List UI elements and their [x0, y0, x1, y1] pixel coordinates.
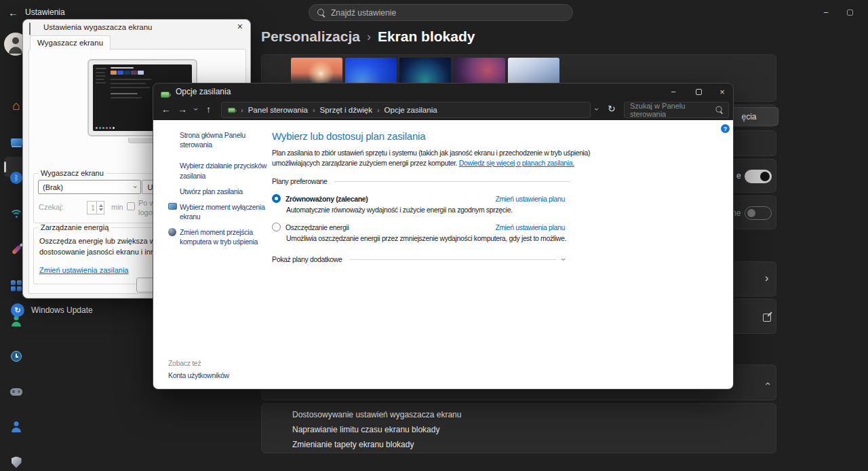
help-icon[interactable]: ?: [721, 124, 730, 133]
nav-link-sleep-time[interactable]: Zmień moment przejścia komputera w tryb …: [168, 227, 273, 246]
browse-photos-label-fragment: ęcia: [741, 112, 756, 121]
toggle-off[interactable]: [745, 206, 772, 220]
address-bar[interactable]: › Panel sterowania › Sprzęt i dźwięk › O…: [221, 102, 591, 118]
apps-icon: [11, 280, 22, 291]
windows-update-label: Windows Update: [31, 305, 93, 315]
tab-screensaver[interactable]: Wygaszacz ekranu: [30, 35, 111, 50]
page-title: Ekran blokady: [378, 29, 475, 45]
chevron-right-icon: ›: [765, 272, 768, 284]
close-icon: ×: [719, 87, 725, 97]
expand-plans-chevron-icon[interactable]: ›: [559, 259, 568, 261]
refresh-icon[interactable]: ↻: [608, 103, 616, 114]
breadcrumb-separator: ›: [241, 106, 243, 114]
sidebar-item-accessibility[interactable]: [9, 419, 24, 434]
power-options-title: Opcje zasilania: [176, 87, 231, 96]
sidebar-item-home[interactable]: ⌂: [9, 98, 24, 113]
power-plans-main: Wybierz lub dostosuj plan zasilania Plan…: [272, 130, 570, 264]
toggle-row-1-label-fragment: e: [736, 171, 741, 181]
breadcrumb-power-options[interactable]: Opcje zasilania: [384, 106, 437, 114]
plan-balanced-desc: Automatycznie równoważy wydajność i zuży…: [286, 206, 570, 214]
address-battery-icon: [228, 107, 235, 113]
see-also-header: Zobacz też: [168, 359, 201, 367]
sidebar-item-time-language[interactable]: [9, 349, 24, 364]
related-links-card: Dostosowywanie ustawień wygaszacza ekran…: [261, 403, 776, 453]
search-placeholder: Znajdź ustawienie: [331, 8, 396, 18]
display-icon: [168, 203, 177, 210]
chevron-down-icon: ›: [132, 186, 139, 188]
power-options-window: Opcje zasilania − × ← → › ↑ › Panel ster…: [153, 83, 734, 390]
nav-link-label: Wybierz moment wyłączenia ekranu: [180, 203, 264, 221]
nav-history-chevron-icon[interactable]: ›: [191, 108, 201, 111]
radio-power-saver[interactable]: [272, 223, 281, 231]
sidebar-item-bluetooth[interactable]: ᛒ: [9, 170, 24, 185]
preferred-plans-label: Plany preferowane: [272, 177, 328, 185]
show-additional-plans-row[interactable]: Pokaż plany dodatkowe ›: [272, 255, 565, 264]
windows-update-icon: ↻: [11, 303, 24, 317]
wait-value: 1: [91, 204, 95, 212]
toggle-on[interactable]: [745, 170, 772, 183]
change-power-settings-link[interactable]: Zmień ustawienia zasilania: [39, 266, 128, 274]
sidebar-item-apps[interactable]: [9, 278, 24, 293]
nav-link-label: Zmień moment przejścia komputera w tryb …: [180, 228, 258, 246]
wait-spinner[interactable]: 1: [87, 201, 104, 214]
change-plan-settings-link-power-saver[interactable]: Zmień ustawienia planu: [495, 223, 565, 231]
plan-row-balanced: Zrównoważony (zalecane) Zmień ustawienia…: [272, 194, 565, 203]
gaming-icon: [10, 388, 22, 396]
network-icon: [9, 209, 23, 219]
see-also-user-accounts-link[interactable]: Konta użytkowników: [168, 371, 229, 379]
settings-search-input[interactable]: Znajdź ustawienie: [309, 4, 573, 21]
home-icon: ⌂: [12, 98, 20, 113]
link-screensaver-settings[interactable]: Dostosowywanie ustawień wygaszacza ekran…: [292, 410, 461, 419]
nav-link-control-panel-home[interactable]: Strona główna Panelu sterowania: [168, 130, 273, 149]
preferred-plans-section: Plany preferowane: [272, 177, 570, 185]
maximize-icon: [696, 89, 702, 95]
nav-up-icon[interactable]: ↑: [206, 104, 211, 115]
link-lock-wallpaper[interactable]: Zmienianie tapety ekranu blokady: [292, 440, 414, 449]
nav-back-icon[interactable]: ←: [161, 104, 171, 115]
address-dropdown-chevron-icon[interactable]: ›: [592, 108, 601, 111]
back-icon[interactable]: ←: [8, 7, 18, 18]
nav-link-label: Strona główna Panelu sterowania: [180, 131, 245, 149]
personalization-icon: [12, 245, 22, 255]
resume-logon-checkbox[interactable]: [127, 202, 135, 210]
sidebar-item-network[interactable]: [9, 206, 24, 221]
control-panel-search-input[interactable]: Szukaj w Panelu sterowania: [624, 102, 729, 118]
breadcrumb-hardware-sound[interactable]: Sprzęt i dźwięk: [320, 106, 372, 114]
intro-line-2-text: umożliwiających zarządzanie zużyciem ene…: [272, 159, 457, 167]
link-lock-timeout[interactable]: Naprawianie limitu czasu ekranu blokady: [292, 425, 439, 434]
nav-forward-icon[interactable]: →: [178, 104, 187, 115]
screensaver-dropdown[interactable]: (Brak) ›: [38, 180, 141, 194]
breadcrumb-control-panel[interactable]: Panel sterowania: [248, 106, 308, 114]
close-icon[interactable]: ×: [237, 21, 243, 32]
sidebar-item-gaming[interactable]: [9, 384, 24, 399]
sidebar-item-privacy[interactable]: [9, 455, 24, 470]
section-divider: [349, 259, 557, 260]
intro-line-2: umożliwiających zarządzanie zużyciem ene…: [272, 158, 570, 168]
sidebar-item-personalization[interactable]: [9, 242, 24, 257]
radio-balanced[interactable]: [272, 194, 281, 203]
screensaver-dialog-icon: [29, 22, 31, 35]
power-maximize-button[interactable]: [688, 83, 709, 100]
sidebar-item-system[interactable]: [9, 134, 24, 149]
nav-link-power-buttons[interactable]: Wybierz działanie przycisków zasilania: [168, 161, 273, 180]
power-close-button[interactable]: ×: [712, 83, 732, 100]
minimize-button[interactable]: −: [816, 4, 836, 20]
spinner-arrows-icon[interactable]: [96, 202, 104, 214]
maximize-button[interactable]: [840, 4, 860, 20]
control-panel-nav: Strona główna Panelu sterowania Wybierz …: [168, 130, 273, 253]
power-options-content: ? Strona główna Panelu sterowania Wybier…: [153, 120, 733, 389]
wait-unit: min: [111, 203, 123, 211]
nav-link-display-off-time[interactable]: Wybierz moment wyłączenia ekranu: [168, 202, 273, 221]
power-options-window-icon: [161, 92, 170, 98]
change-plan-settings-link-balanced[interactable]: Zmień ustawienia planu: [495, 195, 565, 203]
breadcrumb: Personalizacja › Ekran blokady: [261, 29, 475, 45]
screensaver-group-label: Wygaszacz ekranu: [38, 169, 106, 177]
breadcrumb-parent[interactable]: Personalizacja: [261, 29, 360, 45]
energy-group-label: Zarządzanie energią: [38, 223, 111, 231]
power-minimize-button[interactable]: −: [663, 83, 684, 100]
learn-more-link[interactable]: Dowiedz się więcej o planach zasilania.: [459, 159, 574, 167]
sleep-icon: [168, 228, 176, 236]
sidebar-item-windows-update[interactable]: ↻ Windows Update: [11, 303, 93, 317]
nav-link-create-plan[interactable]: Utwórz plan zasilania: [168, 187, 273, 196]
accounts-icon: [11, 316, 22, 326]
